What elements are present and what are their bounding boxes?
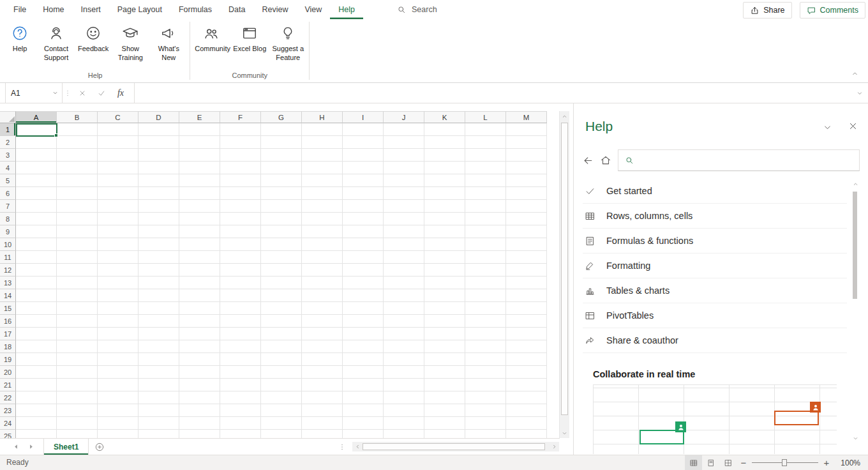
cell-J15[interactable] (384, 302, 424, 315)
row-header-18[interactable]: 18 (0, 340, 16, 353)
row-header-15[interactable]: 15 (0, 302, 16, 315)
cell-A17[interactable] (16, 328, 57, 340)
expand-formula-bar-button[interactable] (851, 83, 868, 103)
help-topic-pivottables[interactable]: PivotTables (583, 303, 847, 328)
cell-B5[interactable] (57, 174, 98, 187)
cell-I16[interactable] (343, 315, 384, 328)
cell-A18[interactable] (16, 340, 57, 353)
cell-L17[interactable] (465, 328, 506, 340)
cell-F14[interactable] (220, 289, 261, 302)
scroll-right-button[interactable] (549, 442, 559, 451)
cell-M10[interactable] (506, 238, 547, 251)
formula-bar-grip[interactable] (63, 83, 73, 103)
cell-C2[interactable] (98, 136, 138, 149)
cell-K7[interactable] (424, 200, 465, 213)
cell-G20[interactable] (261, 366, 302, 379)
row-header-1[interactable]: 1 (0, 123, 16, 136)
cell-H14[interactable] (302, 289, 343, 302)
scroll-down-button[interactable] (560, 428, 569, 438)
cell-B20[interactable] (57, 366, 98, 379)
sheet-tab-sheet1[interactable]: Sheet1 (44, 439, 89, 455)
cell-F5[interactable] (220, 174, 261, 187)
name-box[interactable]: A1 (5, 83, 63, 103)
insert-function-button[interactable]: fx (111, 83, 130, 103)
cell-D18[interactable] (138, 340, 179, 353)
cell-K15[interactable] (424, 302, 465, 315)
cell-E16[interactable] (179, 315, 220, 328)
cell-B24[interactable] (57, 417, 98, 430)
cell-H1[interactable] (302, 123, 343, 136)
cell-B21[interactable] (57, 379, 98, 391)
cell-I6[interactable] (343, 187, 384, 200)
cell-D6[interactable] (138, 187, 179, 200)
cell-I4[interactable] (343, 162, 384, 174)
column-header-i[interactable]: I (343, 111, 384, 123)
help-topic-tables-charts[interactable]: Tables & charts (583, 278, 847, 303)
cell-M2[interactable] (506, 136, 547, 149)
cell-K17[interactable] (424, 328, 465, 340)
cell-A22[interactable] (16, 391, 57, 404)
column-header-e[interactable]: E (179, 111, 220, 123)
cell-I13[interactable] (343, 277, 384, 289)
cell-M12[interactable] (506, 264, 547, 277)
cell-E19[interactable] (179, 353, 220, 366)
cell-A12[interactable] (16, 264, 57, 277)
cell-H6[interactable] (302, 187, 343, 200)
cell-E14[interactable] (179, 289, 220, 302)
cell-I20[interactable] (343, 366, 384, 379)
cell-G18[interactable] (261, 340, 302, 353)
cell-F21[interactable] (220, 379, 261, 391)
cell-J3[interactable] (384, 149, 424, 162)
zoom-out-button[interactable]: − (737, 457, 751, 468)
cell-K12[interactable] (424, 264, 465, 277)
column-header-f[interactable]: F (220, 111, 261, 123)
cell-G8[interactable] (261, 213, 302, 225)
cell-B23[interactable] (57, 404, 98, 417)
cell-J10[interactable] (384, 238, 424, 251)
cell-J24[interactable] (384, 417, 424, 430)
cell-C19[interactable] (98, 353, 138, 366)
cell-D16[interactable] (138, 315, 179, 328)
scroll-up-button[interactable] (851, 179, 860, 189)
cell-L1[interactable] (465, 123, 506, 136)
cell-F7[interactable] (220, 200, 261, 213)
cell-K19[interactable] (424, 353, 465, 366)
cell-A11[interactable] (16, 251, 57, 264)
cell-F6[interactable] (220, 187, 261, 200)
cell-L9[interactable] (465, 225, 506, 238)
cell-I22[interactable] (343, 391, 384, 404)
cell-A13[interactable] (16, 277, 57, 289)
cell-I1[interactable] (343, 123, 384, 136)
help-topic-rows-columns-cells[interactable]: Rows, columns, cells (583, 204, 847, 229)
cell-F18[interactable] (220, 340, 261, 353)
cell-C20[interactable] (98, 366, 138, 379)
help-search-box[interactable] (618, 149, 860, 171)
cell-L23[interactable] (465, 404, 506, 417)
cell-D25[interactable] (138, 430, 179, 438)
cell-C25[interactable] (98, 430, 138, 438)
cell-I12[interactable] (343, 264, 384, 277)
cell-L22[interactable] (465, 391, 506, 404)
row-header-21[interactable]: 21 (0, 379, 16, 391)
cell-D4[interactable] (138, 162, 179, 174)
row-header-13[interactable]: 13 (0, 277, 16, 289)
cell-M1[interactable] (506, 123, 547, 136)
cell-B7[interactable] (57, 200, 98, 213)
help-scroll-thumb[interactable] (853, 192, 857, 299)
cell-K25[interactable] (424, 430, 465, 438)
cell-B8[interactable] (57, 213, 98, 225)
cell-H15[interactable] (302, 302, 343, 315)
cell-L10[interactable] (465, 238, 506, 251)
row-header-2[interactable]: 2 (0, 136, 16, 149)
column-header-b[interactable]: B (57, 111, 98, 123)
cell-M17[interactable] (506, 328, 547, 340)
column-header-d[interactable]: D (138, 111, 179, 123)
row-header-8[interactable]: 8 (0, 213, 16, 225)
cell-D2[interactable] (138, 136, 179, 149)
zoom-level[interactable]: 100% (834, 459, 864, 467)
cell-D8[interactable] (138, 213, 179, 225)
cell-J9[interactable] (384, 225, 424, 238)
cell-A5[interactable] (16, 174, 57, 187)
cell-E1[interactable] (179, 123, 220, 136)
row-header-7[interactable]: 7 (0, 200, 16, 213)
